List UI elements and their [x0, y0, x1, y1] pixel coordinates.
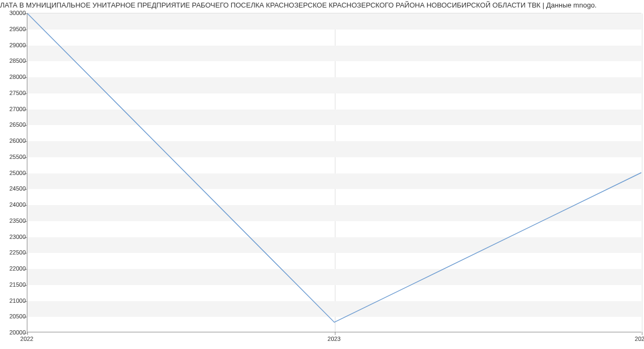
- y-axis-label: 25500: [3, 154, 26, 160]
- y-axis-label: 26500: [3, 121, 26, 128]
- chart-title: ЛАТА В МУНИЦИПАЛЬНОЕ УНИТАРНОЕ ПРЕДПРИЯТ…: [0, 1, 644, 9]
- x-tick: [642, 332, 642, 335]
- x-axis-label: 2023: [327, 336, 340, 342]
- x-tick: [335, 332, 335, 335]
- y-axis-label: 22000: [3, 265, 26, 272]
- x-tick: [27, 332, 28, 335]
- y-axis-label: 25000: [3, 170, 26, 176]
- y-axis-label: 20500: [3, 313, 26, 319]
- y-axis-label: 21000: [3, 297, 26, 304]
- x-axis-label: 2024: [635, 336, 644, 342]
- y-axis-label: 28500: [3, 57, 26, 64]
- y-axis-label: 22500: [3, 249, 26, 256]
- y-axis-label: 29500: [3, 26, 26, 32]
- y-axis-label: 24000: [3, 201, 26, 208]
- y-axis-label: 23000: [3, 234, 26, 240]
- y-axis-label: 27000: [3, 106, 26, 112]
- y-axis-label: 26000: [3, 137, 26, 144]
- y-axis-label: 28000: [3, 74, 26, 80]
- x-axis-label: 2022: [20, 336, 33, 342]
- y-axis-label: 30000: [3, 10, 26, 16]
- y-axis-label: 20000: [3, 329, 26, 336]
- y-axis-label: 21500: [3, 281, 26, 288]
- line-series: [27, 13, 641, 332]
- y-axis-label: 29000: [3, 42, 26, 48]
- plot-area: [27, 13, 641, 332]
- y-axis-label: 27500: [3, 90, 26, 96]
- x-gridline: [642, 13, 642, 332]
- y-axis-label: 24500: [3, 185, 26, 192]
- y-axis-label: 23500: [3, 217, 26, 224]
